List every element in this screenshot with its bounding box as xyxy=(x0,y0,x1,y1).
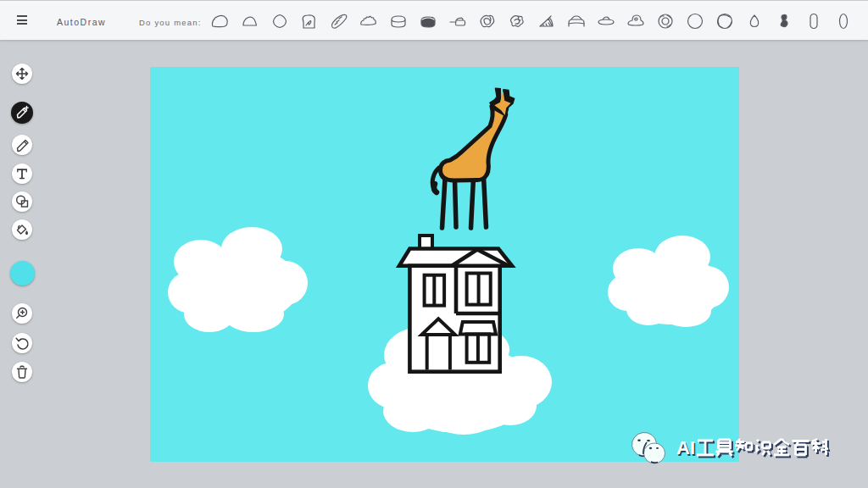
svg-text:AI: AI xyxy=(676,437,695,458)
